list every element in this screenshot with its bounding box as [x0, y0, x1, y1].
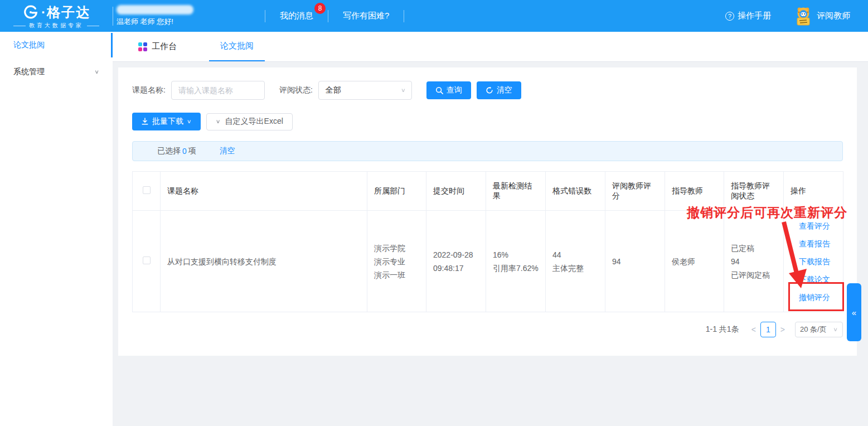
selected-prefix: 已选择	[157, 146, 181, 156]
col-department: 所属部门	[367, 172, 426, 211]
my-messages-link[interactable]: 我的消息 8	[265, 11, 328, 21]
chevron-down-icon: ∨	[833, 326, 838, 332]
logo-dot: ·	[41, 4, 46, 20]
col-actions: 操作	[784, 172, 843, 211]
cell-format-errors: 44 主体完整	[546, 211, 605, 312]
sidebar-item-system-management[interactable]: 系统管理 ∨	[0, 59, 113, 85]
cell-advisor-status: 已定稿 94 已评阅定稿	[724, 211, 784, 312]
header-divider	[113, 7, 113, 26]
app-logo: · 格子达 教育大数据专家	[0, 2, 113, 30]
search-icon	[435, 86, 443, 94]
collapse-icon: «	[852, 308, 856, 317]
prev-page-icon[interactable]: <	[747, 325, 760, 334]
sidebar-item-paper-review[interactable]: 论文批阅	[0, 32, 113, 59]
chevron-down-icon: ∨	[94, 69, 99, 75]
writing-help-link[interactable]: 写作有困难?	[328, 11, 404, 21]
cell-reviewer-score: 94	[605, 211, 665, 312]
redacted-username	[117, 5, 193, 14]
batch-download-button[interactable]: 批量下载 ∨	[132, 113, 201, 130]
cell-submit-time: 2022-09-28 09:48:17	[426, 211, 486, 312]
pagination-total: 1-1 共1条	[706, 325, 739, 335]
message-count-badge: 8	[314, 3, 326, 14]
page-size-select[interactable]: 20 条/页 ∨	[795, 322, 843, 337]
table-row: 从对口支援到横向转移支付制度 演示学院 演示专业 演示一班 2022-09-28…	[133, 211, 843, 312]
sidebar: 论文批阅 系统管理 ∨	[0, 32, 113, 426]
search-button[interactable]: 查询	[426, 81, 471, 99]
topic-name-input[interactable]	[171, 81, 265, 100]
download-paper-link[interactable]: 下载论文	[791, 270, 836, 288]
cell-department: 演示学院 演示专业 演示一班	[367, 211, 426, 312]
revoke-score-link[interactable]: 撤销评分	[791, 288, 836, 306]
cell-advisor: 侯老师	[665, 211, 724, 312]
cell-check-result: 16% 引用率7.62%	[486, 211, 546, 312]
workbench-grid-icon	[138, 42, 147, 51]
pagination: 1-1 共1条 < 1 > 20 条/页 ∨	[132, 322, 843, 337]
download-report-link[interactable]: 下载报告	[791, 253, 836, 270]
select-all-checkbox[interactable]	[143, 186, 151, 194]
user-greeting: 温老师 老师 您好!	[117, 5, 193, 27]
export-excel-button[interactable]: ∨ 自定义导出Excel	[206, 113, 293, 130]
question-icon: ?	[725, 12, 734, 21]
view-report-link[interactable]: 查看报告	[791, 235, 836, 253]
mascot-icon	[794, 6, 812, 26]
content-panel: 课题名称: 评阅状态: 全部 ∨ 查询	[118, 67, 857, 356]
col-topic-name: 课题名称	[161, 172, 367, 211]
nav-divider	[404, 10, 404, 22]
tab-workbench[interactable]: 工作台	[138, 32, 177, 61]
next-page-icon[interactable]: >	[776, 325, 789, 334]
manual-link[interactable]: ? 操作手册	[725, 11, 771, 21]
logo-tagline: 教育大数据专家	[10, 22, 103, 30]
selection-bar: 已选择 0 项 清空	[132, 141, 843, 161]
col-check-result: 最新检测结果	[486, 172, 546, 211]
tab-paper-review[interactable]: 论文批阅	[209, 32, 265, 61]
chevron-down-icon: ∨	[216, 118, 221, 124]
user-role-label[interactable]: 评阅教师	[817, 11, 850, 21]
logo-icon	[22, 4, 39, 21]
col-format-errors: 格式错误数	[546, 172, 605, 211]
selected-count: 0	[182, 147, 187, 156]
cell-actions: 查看评分 查看报告 下载报告 下载论文 撤销评分	[784, 211, 843, 312]
review-status-label: 评阅状态:	[279, 85, 313, 95]
topic-name-label: 课题名称:	[132, 85, 166, 95]
view-score-link[interactable]: 查看评分	[791, 217, 836, 235]
cell-topic-name: 从对口支援到横向转移支付制度	[161, 211, 367, 312]
row-checkbox[interactable]	[143, 256, 151, 264]
clear-selection-link[interactable]: 清空	[220, 146, 235, 156]
clear-button[interactable]: 清空	[477, 81, 521, 99]
papers-table: 课题名称 所属部门 提交时间 最新检测结果 格式错误数 评阅教师评分 指导教师 …	[132, 171, 843, 312]
chevron-down-icon: ∨	[187, 118, 192, 124]
col-advisor: 指导教师	[665, 172, 724, 211]
col-submit-time: 提交时间	[426, 172, 486, 211]
chevron-down-icon: ∨	[401, 87, 406, 93]
page-number[interactable]: 1	[760, 322, 776, 337]
review-status-select[interactable]: 全部 ∨	[318, 81, 412, 100]
refresh-icon	[486, 86, 493, 94]
main-area: 工作台 论文批阅 课题名称: 评阅状态: 全部 ∨ 查询	[113, 32, 868, 426]
greeting-text: 温老师 老师 您好!	[117, 17, 193, 27]
col-reviewer-score: 评阅教师评分	[605, 172, 665, 211]
download-icon	[141, 118, 149, 125]
tab-bar: 工作台 论文批阅	[113, 32, 868, 62]
drawer-collapse-toggle[interactable]: «	[847, 283, 861, 341]
col-advisor-status: 指导教师评阅状态	[724, 172, 784, 211]
top-header: · 格子达 教育大数据专家 温老师 老师 您好! 我的消息 8 写作有困难? ?…	[0, 0, 868, 32]
logo-brand: 格子达	[47, 3, 90, 21]
table-header-row: 课题名称 所属部门 提交时间 最新检测结果 格式错误数 评阅教师评分 指导教师 …	[133, 172, 843, 211]
selected-suffix: 项	[188, 146, 196, 156]
